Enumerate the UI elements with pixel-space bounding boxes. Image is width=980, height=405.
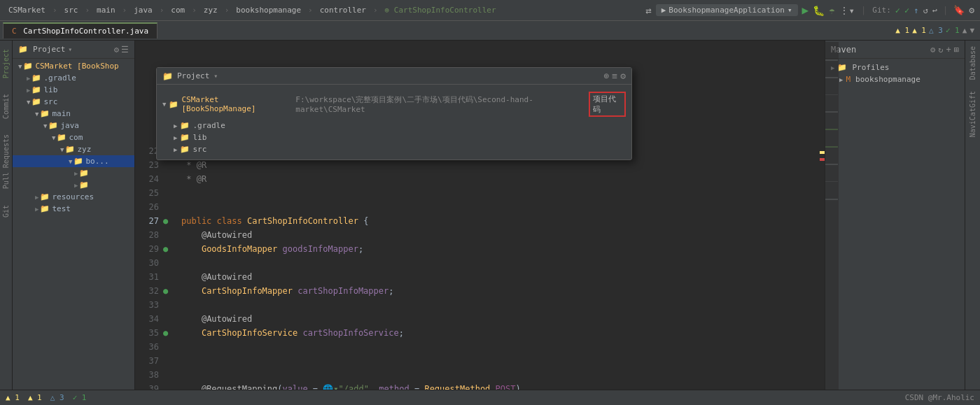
breadcrumb-csmarket[interactable]: CSMarket xyxy=(6,4,48,16)
tree-zyz[interactable]: ▼ 📁 zyz xyxy=(13,143,134,155)
commit-panel-icon[interactable]: Commit xyxy=(0,88,13,125)
tree-bo-label: bo... xyxy=(85,157,108,166)
git-push-icon[interactable]: ↑ xyxy=(913,6,918,15)
more-run-button[interactable]: ⋮▾ xyxy=(839,5,855,16)
status-errors: ▲ 1 xyxy=(28,393,42,402)
scroll-down-btn[interactable]: ▼ xyxy=(969,26,974,35)
tree-resources[interactable]: ▶ 📁 resources xyxy=(13,191,134,203)
editor-content: 22 23 24 25 26 27 28 29 30 31 32 33 34 3… xyxy=(135,144,825,390)
popup-lib-item[interactable]: ▶ 📁 lib xyxy=(157,132,631,143)
popup-dropdown-arrow[interactable]: ▾ xyxy=(214,72,218,80)
maven-profiles-item[interactable]: ▶ 📁 Profiles xyxy=(825,62,965,73)
popup-header: 📁 Project ▾ ⊕ ≡ ⚙ xyxy=(157,68,631,85)
popup-lib-arrow: ▶ xyxy=(174,134,177,141)
bo-folder-icon: 📁 xyxy=(74,157,83,166)
breadcrumb-controller-file[interactable]: ⊕ CartShopInfoController xyxy=(382,4,499,16)
coverage-button[interactable]: ☂ xyxy=(829,5,834,16)
tree-zyz-label: zyz xyxy=(77,145,91,154)
tree-com[interactable]: ▼ 📁 com xyxy=(13,132,134,143)
translate-icon[interactable]: ⇄ xyxy=(645,5,651,16)
maven-header: Maven ⚙ ↻ + ⊞ xyxy=(825,41,965,59)
maven-bookshopmanage-item[interactable]: ▶ M bookshopmanage xyxy=(825,73,965,85)
tree-bo[interactable]: ▼ 📁 bo... xyxy=(13,155,134,167)
database-panel-icon[interactable]: Database xyxy=(966,41,979,85)
maven-bookshopmanage-icon: M xyxy=(846,75,850,84)
tree-arrow-bo: ▼ xyxy=(69,158,72,165)
bookmark-icon[interactable]: 🔖 xyxy=(953,5,965,15)
popup-gradle-item[interactable]: ▶ 📁 .gradle xyxy=(157,120,631,132)
status-info: △ 3 xyxy=(50,393,64,402)
settings-icon[interactable]: ⚙ xyxy=(969,5,974,15)
tree-extra2[interactable]: ▶ 📁 xyxy=(13,179,134,191)
code-line-39: @RequestMapping(value = 🌐▾"/add", method… xyxy=(181,382,819,390)
sidebar-layout-icon[interactable]: ☰ xyxy=(121,45,129,55)
tree-java-label: java xyxy=(60,121,79,130)
project-panel-icon[interactable]: Project xyxy=(0,43,13,84)
tree-lib[interactable]: ▶ 📁 lib xyxy=(13,84,134,96)
tree-arrow-root: ▼ xyxy=(18,63,22,70)
ok-count: ✓ 1 xyxy=(946,26,960,35)
scroll-up-btn[interactable]: ▲ xyxy=(962,26,967,35)
git-update-icon[interactable]: ↺ xyxy=(923,6,927,15)
pull-requests-icon[interactable]: Pull Requests xyxy=(0,129,13,194)
popup-red-selection: 项目代码 xyxy=(589,92,626,117)
breadcrumb-controller[interactable]: controller xyxy=(317,4,369,16)
popup-root-item[interactable]: ▼ 📁 CSMarket [BookShopManage] F:\workspa… xyxy=(157,89,631,120)
folder-icon: 📁 xyxy=(18,45,28,54)
code-editor[interactable]: * @data 2022/11/8 14:20 * @R * @R public… xyxy=(176,144,819,390)
tab-cartshopinfo[interactable]: C CartShopInfoController.java xyxy=(3,22,158,38)
run-button[interactable]: ▶ xyxy=(802,3,809,17)
project-sidebar: 📁 Project ▾ ⚙ ☰ ▼ 📁 CSMarket [BookShop ▶… xyxy=(13,41,135,390)
git-panel-icon[interactable]: Git xyxy=(0,199,13,223)
sidebar-tree: ▼ 📁 CSMarket [BookShop ▶ 📁 .gradle ▶ 📁 l… xyxy=(13,59,134,390)
git-check2-icon[interactable]: ✓ xyxy=(904,6,909,15)
debug-button[interactable]: 🐛 xyxy=(813,5,825,16)
tree-root[interactable]: ▼ 📁 CSMarket [BookShop xyxy=(13,60,134,72)
popup-add-icon[interactable]: ⊕ xyxy=(604,71,610,81)
project-dropdown[interactable]: Project xyxy=(33,45,65,54)
breadcrumb-bookshopmanage[interactable]: bookshopmanage xyxy=(233,4,304,16)
tree-src-label: src xyxy=(43,97,57,106)
main-area: Project Commit Pull Requests Git 📁 Proje… xyxy=(0,41,980,390)
git-revert-icon[interactable]: ↩ xyxy=(932,6,937,15)
popup-src-item[interactable]: ▶ 📁 src xyxy=(157,143,631,155)
breadcrumb-src[interactable]: src xyxy=(62,4,81,16)
project-dropdown-arrow[interactable]: ▾ xyxy=(68,45,72,53)
tree-arrow-java: ▼ xyxy=(43,122,47,129)
code-line-29: GoodsInfoMapper goodsInfoMapper; xyxy=(181,242,819,256)
popup-gear-icon[interactable]: ⚙ xyxy=(620,71,626,81)
git-check-icon[interactable]: ✓ xyxy=(895,6,900,15)
gradle-folder-icon: 📁 xyxy=(31,73,41,83)
maven-profiles-label: Profiles xyxy=(852,63,889,72)
run-config-dropdown[interactable]: ▶ BookshopmanageApplication ▾ xyxy=(656,4,798,16)
tree-main[interactable]: ▼ 📁 main xyxy=(13,108,134,120)
tree-java[interactable]: ▼ 📁 java xyxy=(13,120,134,132)
popup-menu-icon[interactable]: ≡ xyxy=(612,71,617,81)
tree-test[interactable]: ▶ 📁 test xyxy=(13,203,134,215)
com-folder-icon: 📁 xyxy=(57,133,66,142)
popup-gradle-folder-icon: 📁 xyxy=(180,121,190,130)
breadcrumb-main[interactable]: main xyxy=(94,4,118,16)
popup-lib-folder-icon: 📁 xyxy=(180,133,190,142)
maven-refresh-icon[interactable]: ↻ xyxy=(938,45,943,55)
info-count: △ 3 xyxy=(929,26,943,35)
sidebar-settings-icon[interactable]: ⚙ xyxy=(114,45,119,55)
code-line-35: CartShopInfoService cartShopInfoService; xyxy=(181,326,819,340)
sidebar-header: 📁 Project ▾ ⚙ ☰ xyxy=(13,41,134,59)
tree-gradle[interactable]: ▶ 📁 .gradle xyxy=(13,72,134,84)
breadcrumb-java[interactable]: java xyxy=(131,4,155,16)
popup-root-path: F:\workspace\完整项目案例\二手市场\项目代码\Second-han… xyxy=(295,94,583,114)
maven-expand-icon[interactable]: ⊞ xyxy=(954,45,959,55)
breadcrumb-zyz[interactable]: zyz xyxy=(201,4,220,16)
maven-settings-icon[interactable]: ⚙ xyxy=(930,45,935,55)
popup-root-label: CSMarket [BookShopManage] xyxy=(181,95,290,113)
tree-extra1[interactable]: ▶ 📁 xyxy=(13,167,134,179)
navicatgift-icon[interactable]: NaviCatGift xyxy=(966,85,979,143)
status-ok: ✓ 1 xyxy=(73,393,87,402)
status-csdn: CSDN @Mr.Aholic xyxy=(905,393,974,402)
maven-collapse-icon[interactable]: + xyxy=(946,45,951,55)
tree-src[interactable]: ▼ 📁 src xyxy=(13,96,134,108)
gutter-icon-27: ● xyxy=(163,216,168,226)
tree-arrow-main: ▼ xyxy=(35,111,38,118)
breadcrumb-com[interactable]: com xyxy=(168,4,188,16)
